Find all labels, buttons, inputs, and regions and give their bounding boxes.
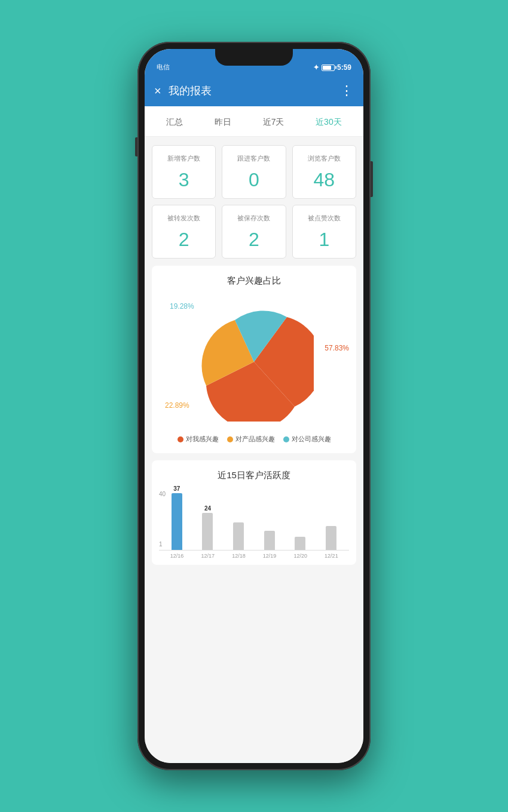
bar-2 bbox=[202, 513, 213, 550]
pie-chart-title: 客户兴趣占比 bbox=[159, 275, 349, 287]
bar-value-1: 37 bbox=[173, 485, 180, 492]
x-label-1: 12/16 bbox=[170, 553, 183, 559]
bar-1 bbox=[172, 493, 182, 550]
bar-col-3 bbox=[233, 521, 244, 550]
activity-chart-title: 近15日客户活跃度 bbox=[159, 470, 349, 481]
stat-liked: 被点赞次数 1 bbox=[292, 205, 356, 259]
tab-summary[interactable]: 汇总 bbox=[161, 115, 188, 130]
stat-saved-value: 2 bbox=[249, 229, 259, 251]
side-button-left bbox=[135, 137, 137, 156]
stat-saved: 被保存次数 2 bbox=[222, 205, 286, 259]
stat-viewed-customers-label: 浏览客户数 bbox=[308, 154, 341, 163]
bar-4 bbox=[264, 531, 275, 550]
battery-icon bbox=[322, 64, 335, 71]
pie-chart-section: 客户兴趣占比 19.28% 22.89% 57.83% bbox=[152, 266, 356, 453]
activity-chart-section: 近15日客户活跃度 40 1 37 24 bbox=[152, 460, 356, 565]
stat-forwarded-value: 2 bbox=[179, 229, 189, 251]
bar-value-2: 24 bbox=[204, 505, 211, 512]
legend-dot-orange bbox=[227, 436, 233, 442]
top-nav: × 我的报表 ⋮ bbox=[145, 75, 363, 106]
tab-7days[interactable]: 近7天 bbox=[258, 115, 289, 130]
legend-label-red: 对我感兴趣 bbox=[186, 435, 219, 444]
bar-3 bbox=[233, 522, 244, 550]
legend-dot-red bbox=[178, 436, 183, 442]
notch bbox=[215, 49, 293, 66]
legend-label-blue: 对公司感兴趣 bbox=[292, 435, 331, 444]
x-label-3: 12/18 bbox=[232, 553, 245, 559]
pie-label-orange: 22.89% bbox=[165, 401, 189, 410]
pie-label-blue: 19.28% bbox=[170, 302, 194, 310]
stat-liked-label: 被点赞次数 bbox=[308, 214, 341, 223]
legend-item-red: 对我感兴趣 bbox=[178, 435, 219, 444]
legend-label-orange: 对产品感兴趣 bbox=[235, 435, 275, 444]
stat-new-customers: 新增客户数 3 bbox=[152, 145, 216, 199]
stats-row-2: 被转发次数 2 被保存次数 2 被点赞次数 1 bbox=[145, 199, 363, 259]
pie-svg bbox=[194, 302, 314, 422]
stat-new-customers-label: 新增客户数 bbox=[167, 154, 200, 163]
pie-legend: 对我感兴趣 对产品感兴趣 对公司感兴趣 bbox=[159, 435, 349, 444]
stat-followed-customers-label: 跟进客户数 bbox=[237, 154, 270, 163]
stat-saved-label: 被保存次数 bbox=[237, 214, 270, 223]
bar-chart: 40 1 37 24 bbox=[159, 491, 349, 550]
bar-col-1: 37 bbox=[172, 485, 182, 550]
bar-5 bbox=[295, 537, 305, 550]
stat-followed-customers: 跟进客户数 0 bbox=[222, 145, 286, 199]
stat-liked-value: 1 bbox=[319, 229, 329, 251]
bar-col-2: 24 bbox=[202, 505, 213, 550]
stats-row-1: 新增客户数 3 跟进客户数 0 浏览客户数 48 bbox=[145, 137, 363, 199]
stat-forwarded: 被转发次数 2 bbox=[152, 205, 216, 259]
close-button[interactable]: × bbox=[154, 84, 161, 98]
stat-viewed-customers: 浏览客户数 48 bbox=[292, 145, 356, 199]
time-label: 5:59 bbox=[337, 63, 351, 72]
x-label-5: 12/20 bbox=[293, 553, 307, 559]
pie-chart-container: 19.28% 22.89% 57.83% bbox=[159, 296, 349, 427]
stat-forwarded-label: 被转发次数 bbox=[167, 214, 200, 223]
bar-col-5 bbox=[295, 536, 305, 550]
y-axis-min: 1 bbox=[159, 541, 163, 548]
legend-dot-blue bbox=[283, 436, 289, 442]
tab-bar: 汇总 昨日 近7天 近30天 bbox=[145, 106, 363, 137]
more-button[interactable]: ⋮ bbox=[340, 83, 354, 99]
y-axis-max: 40 bbox=[159, 491, 166, 497]
page-title: 我的报表 bbox=[169, 84, 340, 98]
x-axis: 12/16 12/17 12/18 12/19 12/20 12/21 bbox=[159, 550, 349, 559]
legend-item-orange: 对产品感兴趣 bbox=[227, 435, 275, 444]
main-content: 汇总 昨日 近7天 近30天 新增客户数 3 跟进客户数 0 bbox=[145, 106, 363, 763]
x-label-2: 12/17 bbox=[201, 553, 214, 559]
bar-col-6 bbox=[326, 525, 336, 550]
bar-col-4 bbox=[264, 530, 275, 550]
stat-viewed-customers-value: 48 bbox=[314, 169, 335, 191]
x-label-4: 12/19 bbox=[263, 553, 276, 559]
x-label-6: 12/21 bbox=[325, 553, 338, 559]
bluetooth-icon: ✦ bbox=[313, 63, 319, 72]
stat-new-customers-value: 3 bbox=[179, 169, 189, 191]
tab-30days[interactable]: 近30天 bbox=[311, 115, 347, 130]
legend-item-blue: 对公司感兴趣 bbox=[283, 435, 331, 444]
carrier-label: 电信 bbox=[157, 63, 170, 72]
phone-frame: 电信 ✦ 5:59 × 我的报表 ⋮ 汇总 bbox=[137, 42, 371, 770]
stat-followed-customers-value: 0 bbox=[249, 169, 259, 191]
bar-6 bbox=[326, 526, 336, 550]
tab-yesterday[interactable]: 昨日 bbox=[210, 115, 236, 130]
pie-label-red: 57.83% bbox=[325, 344, 349, 352]
side-button-right bbox=[371, 161, 373, 197]
